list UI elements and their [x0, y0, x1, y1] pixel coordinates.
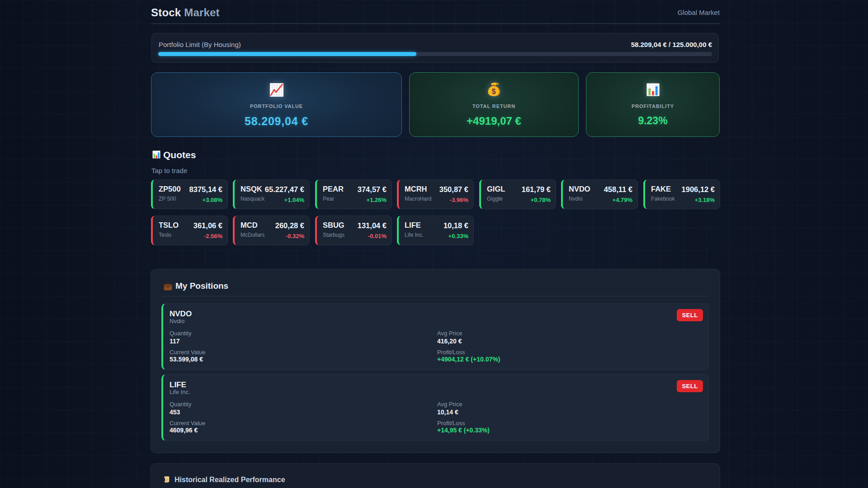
svg-text:$: $	[492, 87, 496, 95]
